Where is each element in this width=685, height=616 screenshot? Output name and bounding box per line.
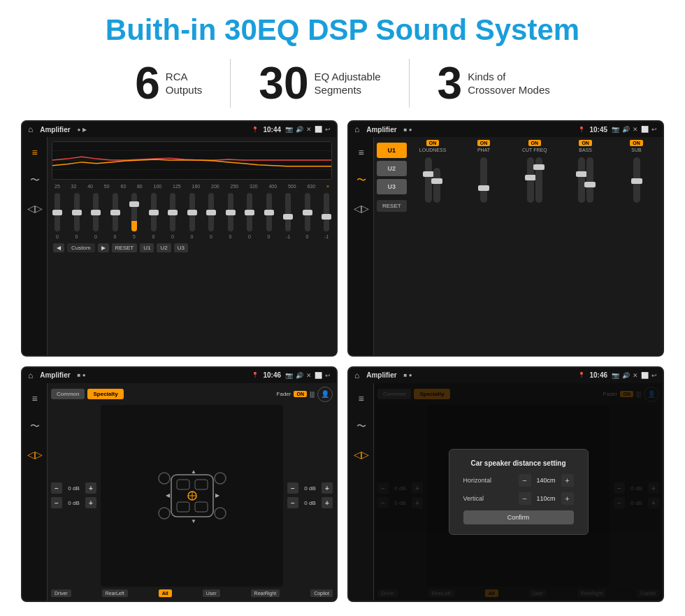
- sub-on-btn[interactable]: ON: [630, 140, 643, 146]
- horizontal-plus-btn[interactable]: +: [561, 474, 574, 487]
- eq-u2-btn[interactable]: U2: [157, 243, 171, 252]
- loudness-on-btn[interactable]: ON: [426, 140, 440, 146]
- bass-track1[interactable]: [578, 157, 585, 203]
- bass-sliders: [578, 155, 593, 204]
- svg-rect-10: [195, 480, 208, 489]
- label-rearright[interactable]: RearRight: [251, 589, 280, 597]
- right-vol2-plus[interactable]: +: [322, 497, 333, 508]
- eq-slider-14[interactable]: -1: [324, 192, 329, 241]
- label-copilot[interactable]: Copilot: [310, 589, 333, 597]
- screen2-time: 10:45: [589, 126, 607, 134]
- eq-slider-13[interactable]: 0: [305, 192, 310, 241]
- eq-slider-5[interactable]: 0: [151, 192, 157, 241]
- phat-sliders: [480, 155, 487, 204]
- crossover-reset-btn[interactable]: RESET: [377, 200, 407, 212]
- status-icons-3: 📷🔊✕⬜↩: [285, 372, 331, 379]
- home-icon-3[interactable]: ⌂: [28, 371, 33, 380]
- left-vol1-minus[interactable]: −: [51, 482, 62, 494]
- eq-slider-7[interactable]: 0: [189, 192, 195, 241]
- home-icon-1[interactable]: ⌂: [28, 124, 33, 134]
- sidebar-wave-btn2[interactable]: 〜: [352, 171, 371, 190]
- crossover-channels: ON LOUDNESS ON PHAT: [410, 140, 660, 352]
- sub-track1[interactable]: [633, 157, 640, 203]
- vertical-plus-btn[interactable]: +: [561, 492, 574, 505]
- screen1-main: 25 32 40 50 63 80 100 125 160 200 250 32…: [48, 137, 336, 354]
- vertical-minus-btn[interactable]: −: [519, 492, 531, 505]
- right-vol2-minus[interactable]: −: [287, 497, 298, 508]
- sidebar-eq-btn3[interactable]: ≡: [25, 389, 45, 408]
- eq-slider-12[interactable]: -1: [285, 192, 291, 241]
- left-vol1-value: 0 dB: [65, 485, 82, 492]
- screen1-sidebar: ≡ 〜 ◁▷: [22, 137, 48, 354]
- sidebar-speaker-btn3[interactable]: ◁▷: [25, 445, 45, 464]
- screen-fader-dialog: ⌂ Amplifier ■ ● 📍 10:46 📷🔊✕⬜↩ ≡ 〜 ◁▷: [347, 366, 664, 602]
- channel-phat: ON PHAT: [461, 140, 507, 352]
- eq-slider-6[interactable]: 0: [170, 192, 175, 241]
- eq-slider-8[interactable]: 0: [208, 192, 214, 241]
- eq-slider-11[interactable]: 0: [266, 192, 272, 241]
- svg-rect-12: [195, 502, 208, 512]
- stat-number-crossover: 3: [438, 61, 463, 106]
- stat-crossover: 3 Kinds of Crossover Modes: [410, 61, 578, 106]
- phat-on-btn[interactable]: ON: [477, 140, 491, 146]
- svg-point-4: [159, 473, 170, 484]
- phat-track1[interactable]: [480, 157, 487, 203]
- left-vol2-minus[interactable]: −: [51, 497, 62, 508]
- eq-slider-9[interactable]: 0: [228, 192, 233, 241]
- fader-layout: − 0 dB + − 0 dB +: [51, 405, 333, 587]
- status-icons-1: 📷🔊✕⬜↩: [285, 126, 331, 133]
- eq-play-btn[interactable]: ▶: [98, 243, 109, 252]
- cutfreq-track2[interactable]: [535, 157, 542, 203]
- eq-slider-0[interactable]: 0: [55, 192, 60, 241]
- tab-specialty[interactable]: Specialty: [87, 389, 123, 399]
- eq-u3-btn[interactable]: U3: [174, 243, 188, 252]
- preset-u3[interactable]: U3: [377, 179, 407, 194]
- sidebar-wave-btn[interactable]: 〜: [25, 171, 45, 190]
- label-driver[interactable]: Driver: [51, 589, 71, 597]
- eq-u1-btn[interactable]: U1: [140, 243, 154, 252]
- right-vol1-minus[interactable]: −: [287, 482, 298, 494]
- label-all[interactable]: All: [159, 589, 172, 597]
- svg-text:▲: ▲: [191, 468, 196, 475]
- preset-u1[interactable]: U1: [377, 143, 407, 158]
- cutfreq-on-btn[interactable]: ON: [528, 140, 542, 146]
- label-rearleft[interactable]: RearLeft: [102, 589, 128, 597]
- eq-reset-btn[interactable]: RESET: [112, 243, 138, 252]
- horizontal-minus-btn[interactable]: −: [519, 474, 531, 487]
- sidebar-eq-btn2[interactable]: ≡: [352, 143, 371, 162]
- phat-label: PHAT: [477, 148, 490, 152]
- channel-bass: ON BASS: [562, 140, 609, 352]
- horizontal-stepper: − 140cm +: [519, 474, 574, 487]
- sidebar-wave-btn4[interactable]: 〜: [352, 417, 371, 436]
- tab-common[interactable]: Common: [51, 389, 85, 399]
- left-vol2-plus[interactable]: +: [85, 497, 96, 508]
- dialog-overlay: Car speaker distance setting Horizontal …: [374, 383, 663, 601]
- left-vol2-value: 0 dB: [65, 500, 82, 506]
- sidebar-eq-btn4[interactable]: ≡: [352, 389, 371, 408]
- home-icon-4[interactable]: ⌂: [354, 371, 359, 380]
- screen3-title: Amplifier: [40, 371, 70, 379]
- loudness-track2[interactable]: [433, 168, 440, 203]
- preset-u2[interactable]: U2: [377, 161, 407, 176]
- eq-slider-2[interactable]: 0: [93, 192, 99, 241]
- eq-slider-10[interactable]: 0: [247, 192, 252, 241]
- sidebar-wave-btn3[interactable]: 〜: [25, 417, 45, 436]
- eq-prev-btn[interactable]: ◀: [53, 243, 64, 252]
- sidebar-speaker-btn[interactable]: ◁▷: [25, 199, 45, 218]
- home-icon-2[interactable]: ⌂: [354, 124, 359, 134]
- fader-user-icon[interactable]: 👤: [317, 387, 333, 402]
- confirm-button[interactable]: Confirm: [463, 510, 574, 524]
- bass-on-btn[interactable]: ON: [579, 140, 592, 146]
- eq-slider-1[interactable]: 0: [74, 192, 80, 241]
- fader-on-btn[interactable]: ON: [294, 391, 307, 397]
- label-user[interactable]: User: [203, 589, 220, 597]
- eq-slider-4[interactable]: 5: [131, 192, 137, 241]
- eq-slider-3[interactable]: 0: [113, 192, 118, 241]
- sidebar-eq-btn[interactable]: ≡: [25, 143, 45, 162]
- sidebar-speaker-btn2[interactable]: ◁▷: [352, 199, 371, 218]
- screenshots-grid: ⌂ Amplifier ● ▶ 📍 10:44 📷🔊✕⬜↩ ≡ 〜 ◁▷: [21, 120, 664, 602]
- right-vol1-plus[interactable]: +: [322, 482, 333, 494]
- left-vol1-plus[interactable]: +: [85, 482, 96, 494]
- sidebar-speaker-btn4[interactable]: ◁▷: [352, 445, 371, 464]
- bass-track2[interactable]: [586, 157, 593, 203]
